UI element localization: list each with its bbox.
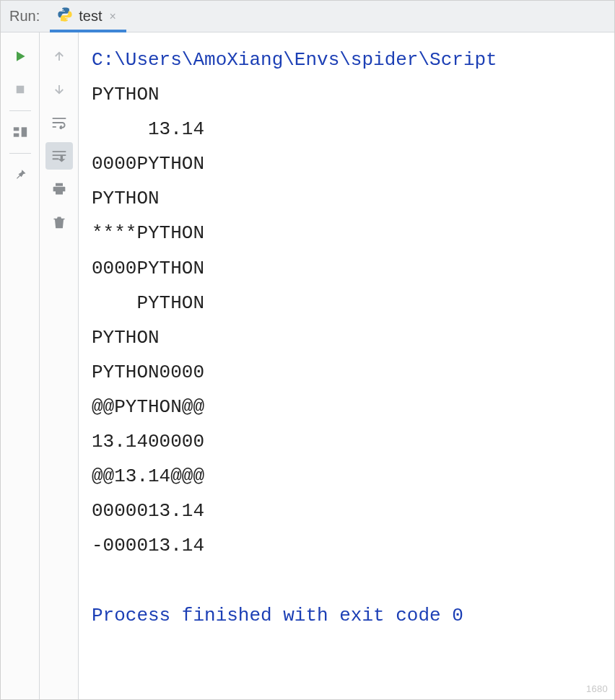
run-tab-test[interactable]: test × xyxy=(50,1,126,32)
up-arrow-button[interactable] xyxy=(45,43,73,70)
console-output-line: PYTHON xyxy=(92,188,160,209)
stop-button[interactable] xyxy=(6,76,34,103)
close-icon[interactable]: × xyxy=(110,10,116,23)
pin-button[interactable] xyxy=(6,161,34,188)
console-output-line: 13.1400000 xyxy=(92,431,204,452)
svg-rect-0 xyxy=(16,86,24,94)
run-label: Run: xyxy=(1,8,50,25)
console-output-line: PYTHON xyxy=(92,84,160,105)
console-output-line: ****PYTHON xyxy=(92,222,204,244)
console-output-line: 0000013.14 xyxy=(92,500,204,522)
svg-rect-2 xyxy=(13,134,18,137)
scroll-to-end-button[interactable] xyxy=(45,142,73,170)
console-output[interactable]: C:\Users\AmoXiang\Envs\spider\Script PYT… xyxy=(79,32,614,699)
python-icon xyxy=(57,6,73,26)
console-output-line: 0000PYTHON xyxy=(92,258,204,279)
clear-all-button[interactable] xyxy=(45,209,73,236)
console-output-line: 0000PYTHON xyxy=(92,153,204,175)
rerun-button[interactable] xyxy=(6,43,34,70)
run-tab-title: test xyxy=(79,8,102,25)
print-button[interactable] xyxy=(45,175,73,203)
console-output-line: @@PYTHON@@ xyxy=(92,396,204,418)
svg-rect-3 xyxy=(21,127,26,136)
console-command-line: C:\Users\AmoXiang\Envs\spider\Script xyxy=(92,49,497,71)
down-arrow-button[interactable] xyxy=(45,76,73,103)
console-output-line: 13.14 xyxy=(92,118,204,140)
run-tool-window-header: Run: test × xyxy=(1,1,614,32)
left-toolbar xyxy=(1,32,40,699)
layout-button[interactable] xyxy=(6,118,34,146)
console-output-line: PYTHON xyxy=(92,292,204,314)
console-toolbar xyxy=(40,32,79,699)
console-exit-line: Process finished with exit code 0 xyxy=(92,605,463,626)
console-output-line: -000013.14 xyxy=(92,535,204,556)
console-output-line: PYTHON xyxy=(92,327,160,349)
svg-rect-1 xyxy=(13,127,18,131)
soft-wrap-button[interactable] xyxy=(45,109,73,136)
console-output-line: @@13.14@@@ xyxy=(92,465,204,487)
console-output-line: PYTHON0000 xyxy=(92,362,204,383)
